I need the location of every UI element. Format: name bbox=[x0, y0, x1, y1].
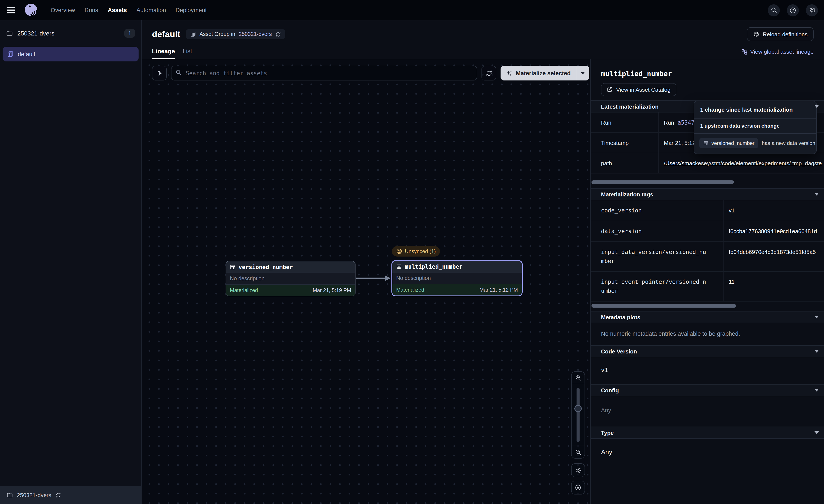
unsynced-badge[interactable]: Unsynced (1) bbox=[392, 246, 440, 257]
asset-panel-title: multiplied_number bbox=[591, 59, 824, 78]
table-row: code_version v1 bbox=[591, 200, 824, 221]
table-icon bbox=[396, 264, 402, 269]
expand-sidebar-button[interactable] bbox=[152, 66, 167, 81]
section-materialization-tags[interactable]: Materialization tags bbox=[591, 188, 824, 200]
unsynced-icon bbox=[396, 248, 402, 254]
tab-list[interactable]: List bbox=[183, 47, 192, 59]
reload-definitions-icon bbox=[753, 31, 759, 37]
asset-node-status: Materialized bbox=[230, 287, 258, 293]
top-navigation-bar: Overview Runs Assets Automation Deployme… bbox=[0, 0, 824, 20]
sidebar-footer-code-location[interactable]: 250321-dvers bbox=[0, 486, 141, 504]
asset-group-badge-link[interactable]: 250321-dvers bbox=[239, 31, 272, 37]
sidebar-item-default[interactable]: default bbox=[3, 47, 138, 61]
view-in-asset-catalog-button[interactable]: View in Asset Catalog bbox=[601, 83, 676, 96]
refresh-icon[interactable] bbox=[55, 492, 61, 498]
tab-lineage[interactable]: Lineage bbox=[152, 47, 175, 59]
row-label: Run bbox=[591, 113, 658, 132]
code-version-value: v1 bbox=[591, 357, 824, 384]
config-value: Any bbox=[591, 396, 824, 426]
section-code-version[interactable]: Code Version bbox=[591, 345, 824, 357]
download-icon bbox=[575, 484, 582, 491]
chevron-down-icon[interactable] bbox=[815, 105, 819, 108]
table-row: input_event_pointer/versioned_number 11 bbox=[591, 272, 824, 301]
horizontal-scrollbar[interactable] bbox=[591, 180, 824, 184]
chevron-down-icon[interactable] bbox=[815, 193, 819, 196]
path-link[interactable]: /Users/smackesey/stm/code/elementl/exper… bbox=[664, 160, 822, 166]
zoom-controls bbox=[571, 371, 585, 459]
row-label: Timestamp bbox=[591, 133, 658, 153]
asset-node-name: versioned_number bbox=[238, 264, 293, 270]
asset-node-status: Materialized bbox=[396, 287, 424, 293]
search-button[interactable] bbox=[768, 4, 780, 16]
section-title: Materialization tags bbox=[601, 191, 653, 198]
refresh-icon[interactable] bbox=[275, 31, 281, 37]
section-type[interactable]: Type bbox=[591, 426, 824, 439]
type-value: Any bbox=[591, 439, 824, 467]
section-title: Metadata plots bbox=[601, 314, 640, 321]
table-row: path /Users/smackesey/stm/code/elementl/… bbox=[591, 153, 824, 173]
asset-node-multiplied-number[interactable]: multiplied_number No description Materia… bbox=[391, 260, 523, 296]
section-config[interactable]: Config bbox=[591, 384, 824, 396]
tag-value: f6ccba1776380941e9cd1ea66481d bbox=[724, 221, 824, 241]
materialize-selected-label: Materialize selected bbox=[516, 70, 571, 76]
reload-definitions-button[interactable]: Reload definitions bbox=[747, 27, 814, 41]
chevron-down-icon[interactable] bbox=[815, 389, 819, 391]
tooltip-message: has a new data version bbox=[762, 140, 815, 146]
asset-groups-sidebar: 250321-dvers 1 default 250321-dvers bbox=[0, 20, 141, 504]
nav-overview[interactable]: Overview bbox=[50, 7, 75, 13]
view-global-asset-lineage-link[interactable]: View global asset lineage bbox=[741, 48, 814, 59]
asset-search bbox=[171, 66, 477, 81]
table-row: data_version f6ccba1776380941e9cd1ea6648… bbox=[591, 221, 824, 242]
external-link-icon bbox=[607, 87, 613, 93]
chevron-down-icon[interactable] bbox=[815, 350, 819, 353]
sidebar-group-label: 250321-dvers bbox=[17, 30, 54, 37]
section-metadata-plots[interactable]: Metadata plots bbox=[591, 311, 824, 323]
sidebar-group-row[interactable]: 250321-dvers 1 bbox=[0, 25, 141, 42]
folder-icon bbox=[6, 492, 13, 498]
tag-key: input_data_version/versioned_number bbox=[591, 242, 724, 271]
materialize-sparkle-icon bbox=[506, 70, 512, 76]
settings-button[interactable] bbox=[806, 4, 818, 16]
asset-node-timestamp: Mar 21, 5:19 PM bbox=[313, 287, 351, 293]
materialize-selected-button[interactable]: Materialize selected bbox=[501, 66, 589, 81]
top-nav-links: Overview Runs Assets Automation Deployme… bbox=[50, 7, 207, 13]
asset-node-timestamp: Mar 21, 5:12 PM bbox=[480, 287, 518, 293]
nav-deployment[interactable]: Deployment bbox=[176, 7, 207, 13]
hamburger-menu-icon[interactable] bbox=[6, 5, 16, 15]
zoom-in-button[interactable] bbox=[572, 372, 585, 384]
asset-group-icon bbox=[190, 31, 196, 37]
zoom-slider[interactable] bbox=[572, 384, 585, 446]
nav-automation[interactable]: Automation bbox=[136, 7, 166, 13]
help-button[interactable] bbox=[787, 4, 799, 16]
zoom-slider-thumb[interactable] bbox=[575, 405, 582, 412]
asset-node-versioned-number[interactable]: versioned_number No description Material… bbox=[226, 261, 355, 296]
tag-key: data_version bbox=[591, 221, 724, 241]
nav-assets[interactable]: Assets bbox=[108, 7, 127, 13]
asset-node-description: No description bbox=[392, 272, 522, 284]
materialization-change-tooltip: 1 change since last materialization 1 up… bbox=[694, 101, 817, 154]
table-icon bbox=[230, 264, 235, 270]
chevron-down-icon[interactable] bbox=[815, 431, 819, 434]
asset-group-badge[interactable]: Asset Group in 250321-dvers bbox=[186, 29, 285, 39]
download-graph-button[interactable] bbox=[571, 481, 585, 495]
section-title: Latest materialization bbox=[601, 103, 658, 110]
refresh-graph-button[interactable] bbox=[482, 66, 496, 81]
graph-toolbar: Materialize selected bbox=[152, 66, 589, 81]
tag-key: input_event_pointer/versioned_number bbox=[591, 272, 724, 301]
reload-definitions-label: Reload definitions bbox=[763, 31, 808, 37]
tooltip-title: 1 change since last materialization bbox=[694, 101, 816, 118]
lineage-graph-canvas[interactable]: Materialize selected bbox=[141, 59, 590, 504]
graph-settings-button[interactable] bbox=[571, 463, 585, 477]
sidebar-group-count-badge: 1 bbox=[124, 29, 135, 38]
chevron-down-icon[interactable] bbox=[815, 316, 819, 319]
horizontal-scrollbar[interactable] bbox=[591, 304, 824, 307]
dagster-logo[interactable] bbox=[23, 2, 39, 18]
nav-runs[interactable]: Runs bbox=[85, 7, 98, 13]
materialize-dropdown-toggle[interactable] bbox=[576, 72, 589, 75]
zoom-out-button[interactable] bbox=[572, 446, 585, 458]
page-header: default Asset Group in 250321-dvers bbox=[141, 20, 824, 43]
tooltip-asset-pill[interactable]: versioned_number bbox=[699, 138, 758, 148]
asset-search-input[interactable] bbox=[171, 66, 477, 81]
folder-icon bbox=[6, 30, 13, 37]
expand-panel-icon bbox=[156, 70, 163, 76]
